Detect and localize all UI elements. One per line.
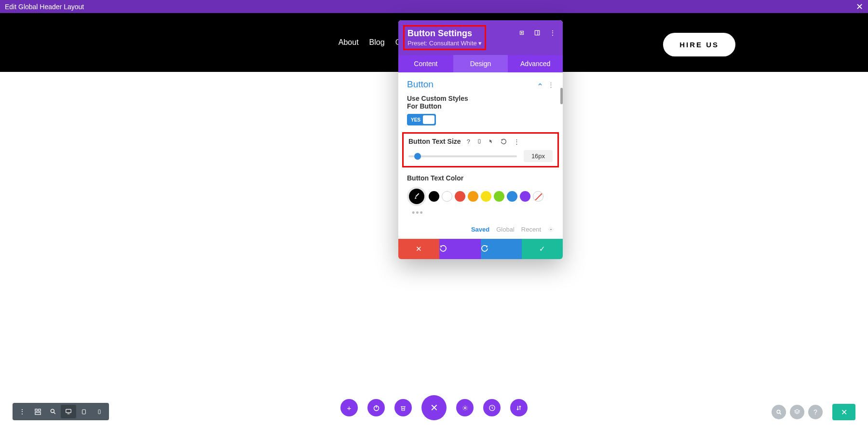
svg-point-24 — [777, 410, 780, 413]
layers-icon[interactable] — [790, 405, 804, 419]
custom-styles-label: Use Custom Styles For Button — [407, 95, 479, 110]
zoom-icon[interactable] — [45, 405, 61, 418]
hire-us-button[interactable]: HIRE US — [663, 33, 735, 56]
section-header: Button ⋮ — [398, 72, 563, 95]
sort-icon[interactable] — [510, 399, 528, 416]
power-icon[interactable] — [367, 399, 385, 416]
filter-saved[interactable]: Saved — [471, 226, 489, 233]
section-body: Use Custom Styles For Button YES Button … — [398, 95, 563, 223]
panel-scrollbar[interactable] — [560, 88, 563, 104]
swatch-red[interactable] — [455, 191, 465, 202]
svg-rect-7 — [35, 409, 37, 411]
dock-icon[interactable] — [534, 29, 541, 36]
close-center-button[interactable]: ✕ — [421, 395, 447, 420]
panel-subtitle[interactable]: Preset: Consultant White ▾ — [407, 40, 482, 47]
help-circle-icon[interactable]: ? — [808, 405, 823, 419]
custom-styles-toggle[interactable]: YES — [407, 114, 436, 125]
desktop-icon[interactable] — [61, 405, 76, 418]
text-size-label: Button Text Size — [408, 138, 461, 145]
gear-icon[interactable] — [456, 399, 474, 416]
swatch-orange[interactable] — [468, 191, 478, 202]
swatch-purple[interactable] — [520, 191, 530, 202]
svg-rect-8 — [38, 409, 40, 411]
reset-icon[interactable] — [501, 138, 507, 145]
tab-advanced[interactable]: Advanced — [508, 55, 563, 72]
section-title: Button — [407, 79, 434, 90]
collapse-icon[interactable] — [537, 82, 543, 87]
svg-point-20 — [464, 407, 466, 409]
close-icon[interactable]: ✕ — [856, 1, 863, 12]
undo-button[interactable] — [439, 239, 480, 259]
toggle-text: YES — [408, 117, 420, 123]
highlight-box-textsize: Button Text Size ? ⋮ 16px — [402, 132, 559, 167]
filter-global[interactable]: Global — [496, 226, 515, 233]
top-bar: Edit Global Header Layout ✕ — [0, 0, 868, 13]
svg-marker-26 — [795, 410, 800, 413]
mobile-icon[interactable] — [477, 138, 482, 145]
svg-rect-2 — [535, 30, 539, 35]
swatch-green[interactable] — [494, 191, 504, 202]
slider-thumb[interactable] — [414, 153, 421, 160]
toolbar-more-icon[interactable]: ⋮ — [14, 405, 30, 418]
field-more-icon[interactable]: ⋮ — [514, 138, 520, 145]
filter-gear-icon[interactable] — [548, 226, 554, 233]
confirm-button[interactable]: ✕ — [832, 404, 855, 420]
wireframe-icon[interactable] — [30, 405, 45, 418]
bottom-toolbar-left: ⋮ — [13, 403, 109, 420]
cancel-button[interactable]: ✕ — [398, 239, 439, 259]
help-icon[interactable]: ? — [467, 138, 470, 145]
panel-footer: ✕ ✓ — [398, 239, 563, 259]
text-size-slider[interactable] — [408, 155, 517, 157]
swatch-none[interactable] — [533, 191, 543, 202]
swatch-more-icon[interactable]: ••• — [412, 208, 554, 218]
hover-icon[interactable] — [488, 138, 494, 145]
trash-icon[interactable] — [394, 399, 412, 416]
save-button[interactable]: ✓ — [522, 239, 563, 259]
highlight-box-header: Button Settings Preset: Consultant White… — [403, 25, 486, 50]
phone-icon[interactable] — [92, 405, 107, 418]
svg-line-25 — [780, 413, 781, 414]
swatch-white[interactable] — [442, 191, 452, 202]
tablet-icon[interactable] — [76, 405, 92, 418]
history-icon[interactable] — [483, 399, 501, 416]
redo-button[interactable] — [481, 239, 522, 259]
swatch-black[interactable] — [429, 191, 439, 202]
expand-icon[interactable] — [518, 29, 525, 36]
swatch-yellow[interactable] — [481, 191, 491, 202]
svg-point-10 — [51, 409, 54, 413]
panel-header: Button Settings Preset: Consultant White… — [398, 20, 563, 55]
section-more-icon[interactable]: ⋮ — [548, 81, 554, 88]
svg-rect-15 — [98, 410, 100, 413]
color-filter-row: Saved Global Recent — [398, 223, 563, 239]
top-bar-title: Edit Global Header Layout — [5, 3, 84, 11]
text-color-label: Button Text Color — [407, 174, 554, 182]
tab-content[interactable]: Content — [398, 55, 453, 72]
svg-line-11 — [54, 413, 55, 414]
svg-point-6 — [550, 229, 552, 230]
swatch-blue[interactable] — [507, 191, 517, 202]
color-swatches — [407, 187, 554, 206]
nav-item-blog[interactable]: Blog — [369, 38, 385, 47]
tab-design[interactable]: Design — [453, 55, 508, 72]
search-icon[interactable] — [772, 405, 786, 419]
svg-rect-14 — [82, 410, 86, 414]
text-size-value[interactable]: 16px — [524, 150, 553, 162]
add-button[interactable]: + — [340, 399, 358, 416]
color-picker-button[interactable] — [407, 187, 426, 206]
toggle-knob — [423, 115, 434, 124]
filter-recent[interactable]: Recent — [521, 226, 541, 233]
nav-item-about[interactable]: About — [339, 38, 359, 47]
panel-tabs: Content Design Advanced — [398, 55, 563, 72]
more-icon[interactable]: ⋮ — [549, 29, 556, 37]
svg-rect-9 — [35, 412, 40, 414]
svg-point-1 — [521, 32, 522, 33]
svg-rect-12 — [66, 409, 71, 413]
settings-panel: Button Settings Preset: Consultant White… — [398, 20, 563, 259]
bottom-center-toolbar: + ✕ — [340, 395, 528, 420]
panel-title: Button Settings — [407, 28, 482, 39]
svg-point-5 — [479, 143, 479, 143]
bottom-right-toolbar: ? ✕ — [772, 404, 855, 420]
